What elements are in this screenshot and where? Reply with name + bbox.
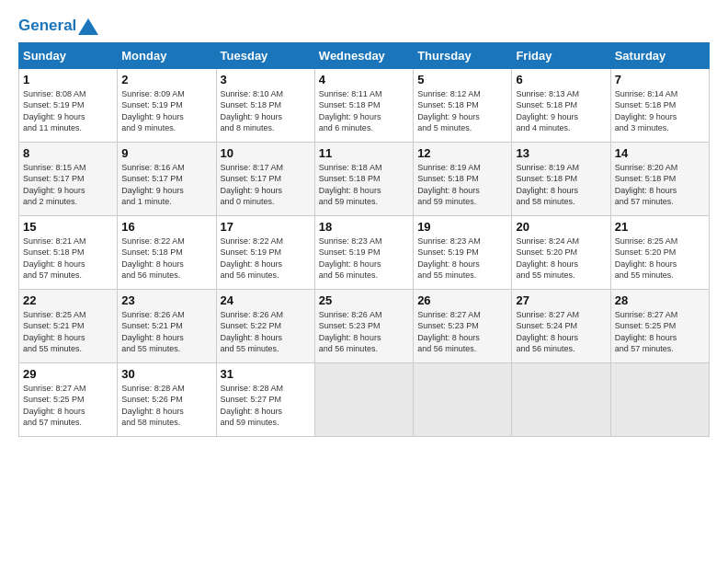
calendar-cell: 23Sunrise: 8:26 AM Sunset: 5:21 PM Dayli… (118, 289, 216, 362)
day-number: 5 (417, 73, 507, 86)
day-detail: Sunrise: 8:10 AM Sunset: 5:18 PM Dayligh… (221, 88, 311, 134)
dow-header-monday: Monday (118, 42, 216, 68)
calendar-cell: 4Sunrise: 8:11 AM Sunset: 5:18 PM Daylig… (314, 68, 413, 142)
day-number: 29 (23, 367, 113, 381)
header: General (18, 17, 710, 33)
day-detail: Sunrise: 8:11 AM Sunset: 5:18 PM Dayligh… (319, 88, 409, 134)
calendar-cell (414, 362, 512, 436)
calendar-cell: 29Sunrise: 8:27 AM Sunset: 5:25 PM Dayli… (19, 362, 118, 436)
day-detail: Sunrise: 8:28 AM Sunset: 5:27 PM Dayligh… (221, 383, 311, 429)
day-detail: Sunrise: 8:25 AM Sunset: 5:20 PM Dayligh… (615, 236, 705, 282)
day-number: 30 (121, 367, 211, 381)
day-detail: Sunrise: 8:26 AM Sunset: 5:21 PM Dayligh… (121, 309, 211, 355)
day-detail: Sunrise: 8:26 AM Sunset: 5:22 PM Dayligh… (221, 309, 311, 355)
svg-marker-0 (78, 18, 98, 35)
day-detail: Sunrise: 8:08 AM Sunset: 5:19 PM Dayligh… (23, 88, 113, 134)
calendar-cell: 14Sunrise: 8:20 AM Sunset: 5:18 PM Dayli… (610, 142, 709, 215)
day-detail: Sunrise: 8:16 AM Sunset: 5:17 PM Dayligh… (121, 162, 211, 208)
day-detail: Sunrise: 8:27 AM Sunset: 5:25 PM Dayligh… (615, 309, 705, 355)
day-detail: Sunrise: 8:15 AM Sunset: 5:17 PM Dayligh… (23, 162, 113, 208)
day-number: 21 (615, 220, 705, 234)
calendar-cell: 21Sunrise: 8:25 AM Sunset: 5:20 PM Dayli… (610, 215, 709, 289)
day-detail: Sunrise: 8:18 AM Sunset: 5:18 PM Dayligh… (319, 162, 409, 208)
day-number: 27 (516, 293, 606, 307)
calendar-cell: 6Sunrise: 8:13 AM Sunset: 5:18 PM Daylig… (512, 68, 610, 142)
calendar-cell (610, 362, 709, 436)
week-row-4: 22Sunrise: 8:25 AM Sunset: 5:21 PM Dayli… (19, 289, 710, 362)
day-detail: Sunrise: 8:25 AM Sunset: 5:21 PM Dayligh… (23, 309, 113, 355)
day-number: 31 (221, 367, 311, 381)
calendar-cell: 19Sunrise: 8:23 AM Sunset: 5:19 PM Dayli… (414, 215, 512, 289)
dow-header-sunday: Sunday (19, 42, 118, 68)
day-detail: Sunrise: 8:27 AM Sunset: 5:25 PM Dayligh… (23, 383, 113, 429)
day-number: 3 (221, 73, 311, 86)
calendar-cell: 10Sunrise: 8:17 AM Sunset: 5:17 PM Dayli… (216, 142, 314, 215)
calendar-container: General SundayMondayTuesdayWednesdayThur… (0, 0, 728, 446)
calendar-cell: 30Sunrise: 8:28 AM Sunset: 5:26 PM Dayli… (118, 362, 216, 436)
calendar-cell: 27Sunrise: 8:27 AM Sunset: 5:24 PM Dayli… (512, 289, 610, 362)
logo-text: General (18, 17, 98, 35)
day-number: 2 (121, 73, 211, 86)
day-number: 19 (417, 220, 507, 234)
calendar-cell: 1Sunrise: 8:08 AM Sunset: 5:19 PM Daylig… (19, 68, 118, 142)
day-detail: Sunrise: 8:27 AM Sunset: 5:23 PM Dayligh… (417, 309, 507, 355)
dow-header-thursday: Thursday (414, 42, 512, 68)
calendar-cell: 2Sunrise: 8:09 AM Sunset: 5:19 PM Daylig… (118, 68, 216, 142)
calendar-cell (314, 362, 413, 436)
day-number: 24 (221, 293, 311, 307)
day-number: 15 (23, 220, 113, 234)
day-detail: Sunrise: 8:20 AM Sunset: 5:18 PM Dayligh… (615, 162, 705, 208)
day-detail: Sunrise: 8:24 AM Sunset: 5:20 PM Dayligh… (516, 236, 606, 282)
day-detail: Sunrise: 8:12 AM Sunset: 5:18 PM Dayligh… (417, 88, 507, 134)
calendar-table: SundayMondayTuesdayWednesdayThursdayFrid… (18, 42, 710, 437)
day-number: 9 (121, 146, 211, 160)
calendar-cell: 13Sunrise: 8:19 AM Sunset: 5:18 PM Dayli… (512, 142, 610, 215)
day-detail: Sunrise: 8:22 AM Sunset: 5:18 PM Dayligh… (121, 236, 211, 282)
dow-header-saturday: Saturday (610, 42, 709, 68)
calendar-body: 1Sunrise: 8:08 AM Sunset: 5:19 PM Daylig… (19, 68, 710, 436)
day-number: 8 (23, 146, 113, 160)
day-number: 16 (121, 220, 211, 234)
week-row-5: 29Sunrise: 8:27 AM Sunset: 5:25 PM Dayli… (19, 362, 710, 436)
day-detail: Sunrise: 8:28 AM Sunset: 5:26 PM Dayligh… (121, 383, 211, 429)
day-number: 12 (417, 146, 507, 160)
calendar-cell: 9Sunrise: 8:16 AM Sunset: 5:17 PM Daylig… (118, 142, 216, 215)
day-detail: Sunrise: 8:23 AM Sunset: 5:19 PM Dayligh… (319, 236, 409, 282)
day-number: 26 (417, 293, 507, 307)
day-number: 6 (516, 73, 606, 86)
day-detail: Sunrise: 8:19 AM Sunset: 5:18 PM Dayligh… (516, 162, 606, 208)
dow-header-tuesday: Tuesday (216, 42, 314, 68)
calendar-cell: 17Sunrise: 8:22 AM Sunset: 5:19 PM Dayli… (216, 215, 314, 289)
day-number: 4 (319, 73, 409, 86)
calendar-cell: 26Sunrise: 8:27 AM Sunset: 5:23 PM Dayli… (414, 289, 512, 362)
week-row-3: 15Sunrise: 8:21 AM Sunset: 5:18 PM Dayli… (19, 215, 710, 289)
calendar-cell: 11Sunrise: 8:18 AM Sunset: 5:18 PM Dayli… (314, 142, 413, 215)
day-number: 18 (319, 220, 409, 234)
day-number: 28 (615, 293, 705, 307)
days-of-week-row: SundayMondayTuesdayWednesdayThursdayFrid… (19, 42, 710, 68)
calendar-cell: 20Sunrise: 8:24 AM Sunset: 5:20 PM Dayli… (512, 215, 610, 289)
calendar-cell: 7Sunrise: 8:14 AM Sunset: 5:18 PM Daylig… (610, 68, 709, 142)
day-detail: Sunrise: 8:19 AM Sunset: 5:18 PM Dayligh… (417, 162, 507, 208)
calendar-cell: 3Sunrise: 8:10 AM Sunset: 5:18 PM Daylig… (216, 68, 314, 142)
calendar-cell (512, 362, 610, 436)
day-number: 20 (516, 220, 606, 234)
day-number: 14 (615, 146, 705, 160)
day-number: 23 (121, 293, 211, 307)
week-row-2: 8Sunrise: 8:15 AM Sunset: 5:17 PM Daylig… (19, 142, 710, 215)
calendar-cell: 12Sunrise: 8:19 AM Sunset: 5:18 PM Dayli… (414, 142, 512, 215)
day-number: 25 (319, 293, 409, 307)
calendar-cell: 16Sunrise: 8:22 AM Sunset: 5:18 PM Dayli… (118, 215, 216, 289)
day-detail: Sunrise: 8:17 AM Sunset: 5:17 PM Dayligh… (221, 162, 311, 208)
day-detail: Sunrise: 8:26 AM Sunset: 5:23 PM Dayligh… (319, 309, 409, 355)
day-detail: Sunrise: 8:09 AM Sunset: 5:19 PM Dayligh… (121, 88, 211, 134)
calendar-cell: 18Sunrise: 8:23 AM Sunset: 5:19 PM Dayli… (314, 215, 413, 289)
day-number: 10 (221, 146, 311, 160)
calendar-cell: 28Sunrise: 8:27 AM Sunset: 5:25 PM Dayli… (610, 289, 709, 362)
day-detail: Sunrise: 8:27 AM Sunset: 5:24 PM Dayligh… (516, 309, 606, 355)
calendar-cell: 5Sunrise: 8:12 AM Sunset: 5:18 PM Daylig… (414, 68, 512, 142)
day-detail: Sunrise: 8:23 AM Sunset: 5:19 PM Dayligh… (417, 236, 507, 282)
calendar-cell: 31Sunrise: 8:28 AM Sunset: 5:27 PM Dayli… (216, 362, 314, 436)
day-number: 1 (23, 73, 113, 86)
day-detail: Sunrise: 8:14 AM Sunset: 5:18 PM Dayligh… (615, 88, 705, 134)
